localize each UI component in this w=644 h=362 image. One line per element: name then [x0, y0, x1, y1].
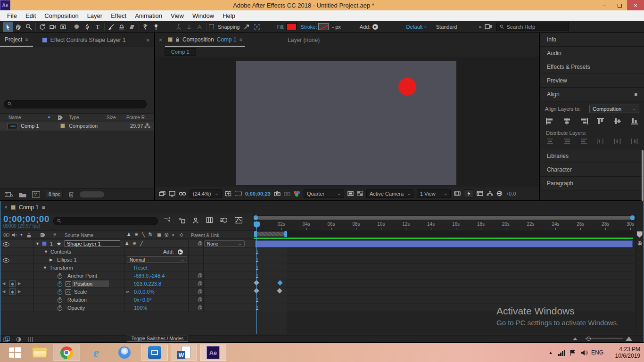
- label-color-swatch[interactable]: [60, 123, 65, 128]
- eye-icon[interactable]: [3, 242, 9, 247]
- add-keyframe-icon[interactable]: ◆: [9, 280, 16, 287]
- new-folder-icon[interactable]: [19, 192, 26, 197]
- constrain-proportions-icon[interactable]: ∞: [126, 289, 130, 295]
- property-pickwhip-icon[interactable]: @: [198, 273, 202, 278]
- timeline-search-field[interactable]: [53, 217, 158, 225]
- region-of-interest-icon[interactable]: [235, 191, 242, 196]
- puppet-pin-tool-icon[interactable]: [151, 22, 161, 32]
- next-keyframe-icon[interactable]: ▶: [18, 289, 21, 294]
- hand-tool-icon[interactable]: [13, 22, 24, 32]
- adjustment-switch-icon[interactable]: ◐: [172, 232, 175, 237]
- menu-item-effect[interactable]: Effect: [107, 12, 131, 19]
- fx-switch-icon[interactable]: fx: [149, 232, 152, 237]
- restore-button[interactable]: [612, 0, 627, 10]
- menu-item-edit[interactable]: Edit: [21, 12, 40, 19]
- project-item-comp1[interactable]: Comp 1 Composition 29.97: [0, 122, 154, 131]
- taskbar-after-effects[interactable]: Ae: [200, 345, 226, 361]
- tab-project[interactable]: Project ≡: [0, 33, 33, 47]
- navigator-start-handle[interactable]: [254, 215, 258, 220]
- stroke-color-swatch[interactable]: [318, 23, 329, 30]
- taskbar-media-app[interactable]: [141, 345, 168, 361]
- workspace-overflow[interactable]: »: [479, 24, 481, 30]
- tray-language[interactable]: ENG: [591, 343, 603, 362]
- rotation-value[interactable]: 0x+0.0°: [134, 297, 152, 303]
- minimize-button[interactable]: –: [597, 0, 612, 10]
- collapse-switch-icon[interactable]: ✳: [134, 232, 138, 237]
- menu-item-layer[interactable]: Layer: [83, 12, 107, 19]
- lock-column-icon[interactable]: [27, 232, 31, 238]
- expand-group-icon[interactable]: ▶: [50, 257, 53, 262]
- transform-label[interactable]: Transform: [50, 265, 73, 271]
- pen-tool-icon[interactable]: [82, 22, 92, 32]
- project-bit-depth[interactable]: 8 bpc: [46, 191, 63, 198]
- workspace-standard[interactable]: Standard: [436, 24, 457, 30]
- column-frame-rate[interactable]: Frame R...: [126, 115, 149, 120]
- comp-button-icon[interactable]: [637, 240, 643, 246]
- shape-tool-icon[interactable]: [72, 22, 82, 32]
- pixel-aspect-correction-icon[interactable]: [454, 191, 461, 196]
- layer-collapse-toggle[interactable]: ✳: [132, 241, 136, 246]
- new-composition-icon[interactable]: [32, 191, 40, 197]
- position-value[interactable]: 923.0,223.8: [134, 281, 161, 287]
- draft-3d-icon[interactable]: [178, 217, 185, 223]
- threed-switch-icon[interactable]: ◇: [180, 232, 183, 237]
- local-axis-mode-icon[interactable]: [173, 22, 184, 32]
- subtab-comp1[interactable]: Comp 1: [165, 48, 196, 56]
- shy-switch-icon[interactable]: ♟: [127, 232, 131, 237]
- item-name[interactable]: Comp 1: [21, 123, 39, 129]
- project-column-headers[interactable]: Name ▲ Type Size Frame R...: [0, 113, 154, 121]
- frame-blending-icon[interactable]: [206, 217, 213, 223]
- ellipse-row[interactable]: ▶ Ellipse 1 Normal⌄: [0, 256, 254, 264]
- current-time-indicator-head[interactable]: [254, 222, 260, 227]
- panel-audio[interactable]: Audio: [540, 47, 644, 60]
- toggle-switches-modes-button[interactable]: Toggle Switches / Modes: [127, 336, 188, 342]
- start-button[interactable]: [4, 345, 25, 361]
- roto-brush-tool-icon[interactable]: [140, 22, 151, 32]
- show-snapshot-icon[interactable]: [284, 191, 290, 196]
- type-tool-icon[interactable]: T: [92, 22, 103, 32]
- property-pickwhip-icon[interactable]: @: [198, 281, 202, 286]
- parent-pickwhip-icon[interactable]: @: [198, 241, 202, 246]
- align-menu-icon[interactable]: ≡: [635, 91, 637, 97]
- column-size[interactable]: Size: [107, 115, 116, 120]
- parent-link-column[interactable]: Parent & Link: [191, 233, 219, 238]
- workspace-settings-icon[interactable]: [483, 22, 494, 32]
- project-search-field[interactable]: [4, 100, 147, 108]
- layer-name-field[interactable]: Shape Layer 1: [65, 240, 120, 247]
- expand-layer-switches-icon[interactable]: [3, 337, 10, 342]
- opacity-label[interactable]: Opacity: [67, 305, 85, 311]
- layer-quality-toggle[interactable]: ╱: [140, 241, 143, 246]
- menu-item-animation[interactable]: Animation: [131, 12, 166, 19]
- workspace-menu-icon[interactable]: ≡: [424, 24, 427, 30]
- menu-item-file[interactable]: File: [3, 12, 21, 19]
- opacity-row[interactable]: Opacity 100% @: [0, 304, 254, 312]
- viewer-timecode[interactable]: 0;00;00;23: [245, 191, 271, 197]
- align-bottom-icon[interactable]: [630, 118, 638, 124]
- view-layout-icon[interactable]: [159, 191, 165, 197]
- navigator-end-handle[interactable]: [630, 215, 635, 220]
- timeline-ruler[interactable]: 0s02s04s06s08s10s12s14s16s18s20s22s24s26…: [254, 221, 635, 230]
- solo-column-icon[interactable]: ●: [20, 232, 23, 237]
- tray-network-icon[interactable]: [558, 343, 565, 362]
- layer-shy-toggle[interactable]: ♟: [125, 241, 129, 246]
- interpret-footage-icon[interactable]: [5, 191, 13, 197]
- rotation-row[interactable]: Rotation 0x+0.0° @: [0, 296, 254, 304]
- channels-icon[interactable]: [294, 191, 300, 197]
- panel-character[interactable]: Character: [540, 163, 644, 177]
- fast-preview-icon[interactable]: [464, 189, 473, 198]
- source-name-column[interactable]: Source Name: [65, 233, 93, 238]
- menu-item-help[interactable]: Help: [218, 12, 239, 19]
- stroke-width-value[interactable]: - px: [332, 24, 340, 30]
- tray-hidden-icons[interactable]: ▲: [546, 343, 555, 362]
- opacity-value[interactable]: 100%: [134, 305, 147, 311]
- shape-layer-ellipse[interactable]: [398, 78, 416, 96]
- expand-transfer-controls-icon[interactable]: [16, 337, 22, 342]
- composition-canvas[interactable]: [236, 61, 456, 185]
- stopwatch-icon-active[interactable]: [57, 289, 63, 295]
- help-search-field[interactable]: Search Help: [496, 23, 569, 31]
- collapse-group-icon[interactable]: ▼: [43, 265, 47, 270]
- checkerboard-icon[interactable]: [357, 191, 363, 196]
- stopwatch-icon-active[interactable]: [57, 281, 63, 287]
- motion-blur-icon[interactable]: [220, 217, 228, 223]
- close-button[interactable]: ×: [627, 0, 644, 10]
